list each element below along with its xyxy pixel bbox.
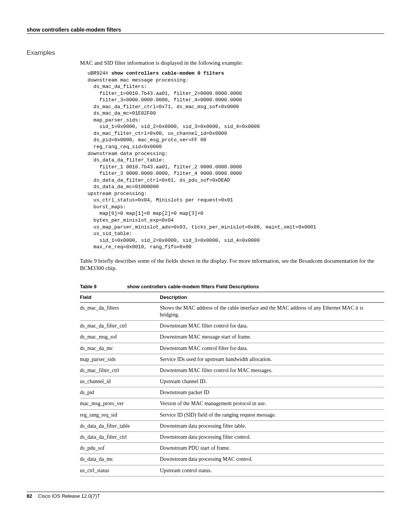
- table-number: Table 9: [80, 284, 126, 289]
- field-name-cell: ds_mac_da_filter_ctrl: [80, 321, 160, 332]
- page-header-title: show controllers cable-modem filters: [27, 27, 384, 33]
- table-row: ds_mac_filter_ctrlDownstream MAC filter …: [80, 365, 384, 376]
- field-description-cell: Downstream MAC control filter for data.: [160, 343, 384, 354]
- field-name-cell: ds_data_da_filter_ctrl: [80, 432, 160, 443]
- page: show controllers cable-modem filters Exa…: [0, 0, 411, 514]
- table-caption: Table 9 show controllers cable-modem fil…: [80, 284, 384, 289]
- table-row: us_channel_idUpstream channel ID.: [80, 376, 384, 387]
- field-description-cell: Downstream MAC message start of frame.: [160, 332, 384, 343]
- table-row: reg_rang_req_sidService ID (SID) field o…: [80, 409, 384, 420]
- table-row: ds_mac_da_mcDownstream MAC control filte…: [80, 343, 384, 354]
- field-name-cell: reg_rang_req_sid: [80, 409, 160, 420]
- field-description-cell: Upstream channel ID.: [160, 376, 384, 387]
- section-label-examples: Examples: [27, 49, 384, 57]
- footer-doc-title: Cisco IOS Release 12.0(7)T: [38, 493, 100, 499]
- field-description-cell: Downstream packet ID: [160, 387, 384, 398]
- cli-output-body: downstream mac message processing: ds_ma…: [88, 77, 316, 250]
- field-description-cell: Service IDs used for upstream bandwidth …: [160, 354, 384, 365]
- field-description-cell: Service ID (SID) field of the ranging re…: [160, 409, 384, 420]
- table-row: ds_data_da_mcDownstream data processing …: [80, 454, 384, 465]
- field-name-cell: us_channel_id: [80, 376, 160, 387]
- col-header-field: Field: [80, 292, 160, 302]
- field-description-cell: Version of the MAC management protocol i…: [160, 398, 384, 409]
- table-row: ds_mac_da_filtersShows the MAC address o…: [80, 302, 384, 320]
- field-description-cell: Shows the MAC address of the cable inter…: [160, 302, 384, 320]
- page-number: 82: [27, 493, 32, 499]
- field-name-cell: ds_mac_filter_ctrl: [80, 365, 160, 376]
- field-description-cell: Downstream data processing filter table.: [160, 420, 384, 431]
- table-row: map_parser_sidsService IDs used for upst…: [80, 354, 384, 365]
- header-divider: [27, 34, 384, 34]
- content-body: MAC and SID filter information is displa…: [80, 60, 384, 476]
- field-name-cell: ds_data_da_mc: [80, 454, 160, 465]
- table-row: ds_pidDownstream packet ID: [80, 387, 384, 398]
- cli-prompt: uBR924#: [88, 70, 111, 76]
- page-footer: 82 Cisco IOS Release 12.0(7)T: [27, 492, 384, 499]
- table-row: us_ctrl_statusUpstream control status.: [80, 465, 384, 476]
- field-name-cell: map_parser_sids: [80, 354, 160, 365]
- cli-command: show controllers cable-modem 0 filters: [111, 70, 224, 76]
- field-description-cell: Downstream data processing filter contro…: [160, 432, 384, 443]
- field-name-cell: ds_data_da_filter_table: [80, 420, 160, 431]
- field-descriptions-table: Field Description ds_mac_da_filtersShows…: [80, 292, 384, 476]
- field-name-cell: ds_mac_msg_sof: [80, 332, 160, 343]
- field-name-cell: us_ctrl_status: [80, 465, 160, 476]
- field-name-cell: ds_pid: [80, 387, 160, 398]
- field-name-cell: mac_msg_proto_ver: [80, 398, 160, 409]
- col-header-description: Description: [160, 292, 384, 302]
- table-row: ds_mac_da_filter_ctrlDownstream MAC filt…: [80, 321, 384, 332]
- field-name-cell: ds_mac_da_mc: [80, 343, 160, 354]
- field-description-cell: Downstream MAC filter control for data.: [160, 321, 384, 332]
- table-row: mac_msg_proto_verVersion of the MAC mana…: [80, 398, 384, 409]
- field-name-cell: ds_pdu_sof: [80, 443, 160, 454]
- table-row: ds_pdu_sofDownstream PDU start of frame.: [80, 443, 384, 454]
- table-title: show controllers cable-modem filters Fie…: [127, 284, 259, 289]
- field-description-cell: Downstream MAC filter control for MAC me…: [160, 365, 384, 376]
- field-description-cell: Upstream control status.: [160, 465, 384, 476]
- field-description-cell: Downstream data processing MAC control.: [160, 454, 384, 465]
- table-row: ds_data_da_filter_tableDownstream data p…: [80, 420, 384, 431]
- field-name-cell: ds_mac_da_filters: [80, 302, 160, 320]
- table-row: ds_data_da_filter_ctrlDownstream data pr…: [80, 432, 384, 443]
- intro-text: MAC and SID filter information is displa…: [80, 60, 384, 66]
- table-header-row: Field Description: [80, 292, 384, 302]
- example-output: uBR924# show controllers cable-modem 0 f…: [88, 70, 384, 251]
- field-description-cell: Downstream PDU start of frame.: [160, 443, 384, 454]
- table-row: ds_mac_msg_sofDownstream MAC message sta…: [80, 332, 384, 343]
- post-code-paragraph: Table 9 briefly describes some of the fi…: [80, 257, 384, 272]
